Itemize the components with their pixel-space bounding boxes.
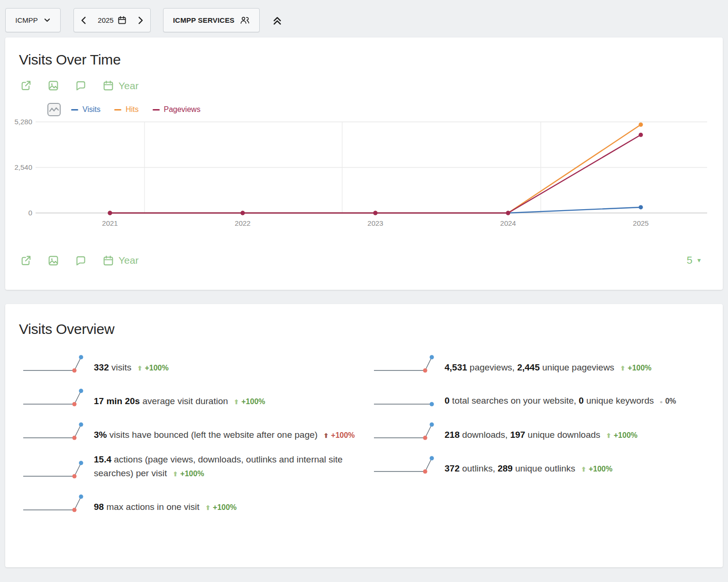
legend-dash-icon — [71, 109, 78, 111]
chevron-right-icon[interactable] — [137, 16, 144, 25]
metric-text: 3% visits have bounced (left the website… — [94, 428, 355, 443]
overview-metrics: 332 visits ⬆+100% 17 min 20s average vis… — [5, 337, 723, 525]
metric-value: 0 — [445, 396, 450, 406]
svg-text:2022: 2022 — [235, 219, 250, 227]
panel-title: Visits Overview — [5, 304, 723, 337]
metric-value: 2,445 — [517, 362, 540, 372]
period-label: Year — [118, 255, 138, 266]
segment-selector-button[interactable]: ICMPP SERVICES — [163, 8, 260, 32]
series-picker-icon[interactable] — [47, 103, 61, 116]
legend-dash-icon — [114, 109, 121, 111]
legend-dash-icon — [153, 109, 160, 111]
metric-value: 0 — [579, 396, 584, 406]
metric-value: 17 min 20s — [94, 396, 140, 406]
date-navigator: 2025 — [73, 8, 151, 32]
metric-value: 3% — [94, 430, 107, 440]
sparkline[interactable] — [21, 385, 88, 409]
legend-item-visits[interactable]: Visits — [71, 105, 100, 114]
metrics-column-right: 4,531 pageviews, 2,445 unique pageviews … — [372, 351, 709, 525]
metric-bounce-rate: 3% visits have bounced (left the website… — [21, 419, 372, 443]
metric-text: 372 outlinks, 289 unique outlinks ⬆+100% — [445, 462, 612, 476]
svg-text:2025: 2025 — [633, 219, 648, 227]
metric-value: 98 — [94, 502, 104, 512]
sparkline[interactable] — [372, 385, 438, 409]
up-arrow-icon: ⬆ — [205, 504, 210, 511]
metrics-column-left: 332 visits ⬆+100% 17 min 20s average vis… — [21, 351, 372, 525]
site-selector-button[interactable]: ICMPP — [5, 8, 61, 32]
metric-change: ⬆+100% — [323, 431, 355, 439]
metric-downloads: 218 downloads, 197 unique downloads ⬆+10… — [372, 419, 709, 443]
metric-change: ⬆+100% — [606, 431, 637, 439]
metric-change: ⬆+100% — [581, 465, 612, 473]
metric-text: 332 visits ⬆+100% — [94, 360, 169, 375]
annotation-icon[interactable] — [75, 255, 87, 267]
sparkline[interactable] — [372, 351, 438, 375]
metric-text: 17 min 20s average visit duration ⬆+100% — [94, 394, 265, 409]
users-icon — [240, 16, 250, 25]
metric-pageviews: 4,531 pageviews, 2,445 unique pageviews … — [372, 351, 709, 375]
metric-text: 15.4 actions (page views, downloads, out… — [94, 453, 362, 481]
metric-actions-per-visit: 15.4 actions (page views, downloads, out… — [21, 453, 372, 481]
calendar-icon — [118, 16, 127, 25]
metric-text: 218 downloads, 197 unique downloads ⬆+10… — [445, 428, 637, 443]
chart-legend: VisitsHitsPageviews — [47, 103, 723, 116]
export-icon[interactable] — [20, 255, 32, 267]
sparkline[interactable] — [21, 419, 88, 443]
legend-label: Hits — [126, 105, 139, 114]
chevron-down-icon — [44, 17, 51, 24]
metric-change: ●0% — [660, 397, 676, 405]
up-arrow-icon: ⬆ — [581, 466, 586, 473]
legend-item-hits[interactable]: Hits — [114, 105, 139, 114]
image-icon[interactable] — [47, 80, 59, 92]
chart-toolbar-bottom: Year 5 ▼ — [5, 254, 723, 267]
site-selector-label: ICMPP — [15, 16, 38, 24]
sparkline[interactable] — [372, 419, 438, 443]
period-label: Year — [118, 80, 138, 92]
svg-text:2024: 2024 — [500, 219, 516, 227]
collapse-button[interactable] — [271, 8, 283, 32]
metric-text: 4,531 pageviews, 2,445 unique pageviews … — [445, 360, 652, 375]
sparkline[interactable] — [21, 351, 88, 375]
period-selector[interactable]: Year — [102, 255, 138, 267]
metric-avg-visit-duration: 17 min 20s average visit duration ⬆+100% — [21, 385, 372, 409]
topbar: ICMPP 2025 ICMPP SERVICES — [0, 0, 728, 37]
metric-text: 0 total searches on your website, 0 uniq… — [445, 394, 676, 409]
visits-over-time-panel: Visits Over Time Year VisitsHitsPageview… — [5, 37, 723, 290]
metric-change: ⬆+100% — [620, 364, 651, 372]
footer-icons: Year — [5, 255, 138, 267]
collapse-up-icon — [271, 14, 283, 27]
metric-max-actions: 98 max actions in one visit ⬆+100% — [21, 491, 372, 515]
sparkline[interactable] — [372, 453, 438, 476]
metric-value: 289 — [498, 463, 513, 473]
up-arrow-icon: ⬆ — [173, 471, 178, 478]
up-arrow-icon: ⬆ — [620, 365, 625, 372]
legend-label: Pageviews — [164, 105, 200, 114]
sparkline[interactable] — [21, 457, 88, 481]
sparkline[interactable] — [21, 491, 88, 515]
period-selector[interactable]: Year — [102, 80, 138, 92]
metric-change: ⬆+100% — [205, 503, 237, 511]
svg-text:2021: 2021 — [102, 219, 118, 227]
image-icon[interactable] — [47, 255, 59, 267]
date-picker[interactable]: 2025 — [98, 16, 126, 25]
legend-item-pageviews[interactable]: Pageviews — [153, 105, 200, 114]
up-arrow-icon: ⬆ — [606, 432, 611, 439]
row-limit-selector[interactable]: 5 ▼ — [687, 254, 702, 267]
svg-text:0: 0 — [28, 209, 32, 217]
metric-outlinks: 372 outlinks, 289 unique outlinks ⬆+100% — [372, 453, 709, 476]
row-limit-value: 5 — [687, 254, 692, 267]
up-arrow-icon: ⬆ — [137, 365, 142, 372]
metric-value: 15.4 — [94, 454, 111, 464]
metric-change: ⬆+100% — [137, 364, 168, 372]
export-icon[interactable] — [20, 80, 32, 92]
metric-value: 218 — [445, 430, 460, 440]
svg-text:2023: 2023 — [367, 219, 383, 227]
metric-change: ⬆+100% — [234, 397, 265, 406]
caret-down-icon: ▼ — [696, 257, 702, 264]
annotation-icon[interactable] — [75, 80, 87, 92]
svg-text:2,540: 2,540 — [14, 163, 32, 171]
visits-over-time-chart[interactable]: 5,2802,540020212022202320242025 — [14, 117, 718, 229]
up-arrow-icon: ⬆ — [323, 432, 328, 439]
metric-visits: 332 visits ⬆+100% — [21, 351, 372, 375]
chevron-left-icon[interactable] — [80, 16, 87, 25]
